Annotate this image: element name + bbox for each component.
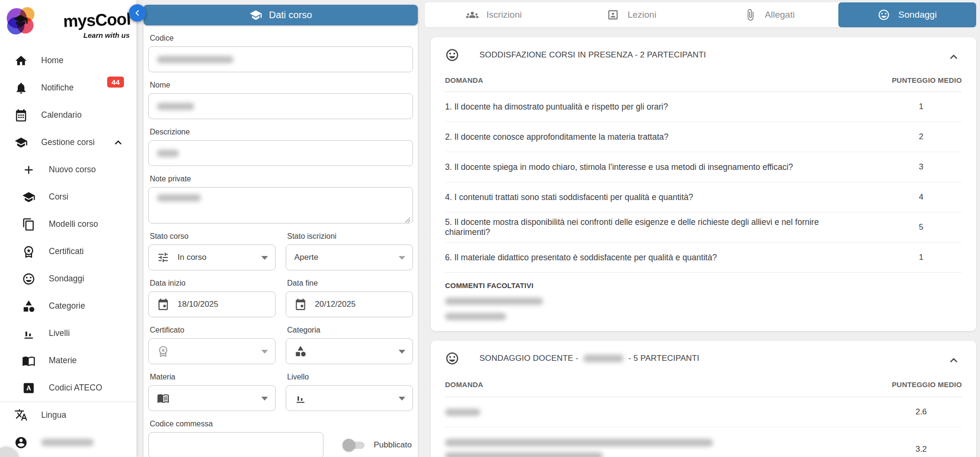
survey-question-row: 2. Il docente conosce approfonditamente … — [445, 122, 962, 152]
chevron-down-icon — [399, 350, 405, 354]
sidebar-item-label: Nuovo corso — [49, 165, 96, 175]
stato-iscrizioni-select[interactable]: Aperte — [286, 245, 413, 270]
tab-label: Allegati — [765, 10, 794, 20]
redacted-comment — [445, 298, 543, 305]
question-column-header: DOMANDA — [445, 76, 880, 84]
survey-question-row: 2.6 — [445, 397, 962, 427]
survey-question-row: 5. Il docente mostra disponibilità nei c… — [445, 212, 962, 243]
sidebar-item-certificati[interactable]: Certificati — [0, 238, 136, 265]
livello-label: Livello — [287, 373, 413, 382]
question-text: 1. Il docente ha dimostrato puntualità e… — [445, 97, 880, 117]
data-fine-input[interactable]: 20/12/2025 — [286, 291, 413, 317]
sidebar-item-calendario[interactable]: Calendario — [0, 101, 136, 129]
sidebar-item-home[interactable]: Home — [0, 47, 136, 74]
sidebar-collapse-button[interactable] — [129, 4, 146, 22]
redacted-question — [445, 409, 480, 416]
data-fine-value: 20/12/2025 — [315, 300, 356, 309]
score-value: 2 — [880, 132, 962, 142]
sidebar-item-corsi[interactable]: Corsi — [0, 183, 136, 211]
sidebar-item-livelli[interactable]: Livelli — [0, 320, 136, 347]
sidebar-item-modelli-corso[interactable]: Modelli corso — [0, 211, 136, 238]
comments-title: COMMENTI FACOLTATIVI — [445, 281, 962, 290]
chevron-up-icon[interactable] — [947, 353, 961, 368]
tune-icon — [157, 251, 169, 264]
pubblicato-toggle[interactable] — [344, 439, 365, 451]
stato-corso-value: In corso — [178, 253, 206, 262]
smiley-icon — [878, 9, 890, 21]
data-inizio-label: Data inizio — [150, 279, 276, 289]
tab-lezioni[interactable]: Lezioni — [563, 2, 701, 27]
data-inizio-value: 18/10/2025 — [178, 300, 218, 309]
sidebar-item-codici-ateco[interactable]: Codici ATECO — [0, 374, 136, 401]
notification-badge: 44 — [107, 77, 124, 88]
materia-select[interactable] — [148, 385, 276, 411]
chevron-down-icon — [261, 397, 268, 401]
sidebar-item-notifiche[interactable]: Notifiche44 — [0, 74, 136, 101]
redacted-question — [445, 439, 713, 446]
data-inizio-input[interactable]: 18/10/2025 — [148, 291, 276, 317]
note-private-textarea[interactable] — [148, 187, 413, 223]
question-text — [445, 427, 880, 457]
sidebar-item-categorie[interactable]: Categorie — [0, 292, 136, 320]
descrizione-label: Descrizione — [150, 128, 413, 137]
question-text: 6. Il materiale didattico presentato è s… — [445, 248, 880, 268]
tab-allegati[interactable]: Allegati — [701, 2, 838, 27]
redacted-value — [157, 56, 234, 63]
home-icon — [14, 54, 28, 67]
book-icon — [157, 392, 169, 404]
levels-icon — [22, 327, 35, 340]
score-value: 5 — [880, 223, 962, 232]
app-tagline: Learn with us — [83, 31, 130, 39]
chevron-down-icon — [399, 397, 405, 401]
redacted-value — [157, 103, 194, 110]
nome-input[interactable] — [148, 93, 413, 119]
sidebar-item-user-account[interactable] — [0, 428, 136, 457]
tab-label: Iscrizioni — [487, 10, 522, 20]
tab-iscrizioni[interactable]: Iscrizioni — [425, 2, 563, 27]
question-text: 3. Il docente spiega in modo chiaro, sti… — [445, 157, 880, 177]
descrizione-input[interactable] — [148, 140, 413, 166]
survey-title-prefix: SONDAGGIO DOCENTE - — [479, 354, 579, 363]
stato-iscrizioni-label: Stato iscrizioni — [287, 232, 413, 242]
codice-commessa-input[interactable] — [148, 432, 323, 457]
app-logo[interactable]: mysCool Learn with us — [0, 0, 136, 42]
survey-card-presenza: SODDISFAZIONE CORSI IN PRESENZA - 2 PART… — [431, 37, 976, 331]
calendar-icon — [14, 109, 28, 122]
sidebar: mysCool Learn with us HomeNotifiche44Cal… — [0, 0, 136, 457]
certificato-select[interactable] — [148, 338, 276, 364]
sidebar-item-materie[interactable]: Materie — [0, 347, 136, 374]
materia-label: Materia — [150, 373, 276, 382]
tab-sondaggi[interactable]: Sondaggi — [838, 2, 976, 27]
survey-title: SODDISFAZIONE CORSI IN PRESENZA - 2 PART… — [479, 50, 706, 60]
chevron-up-icon[interactable] — [111, 136, 125, 149]
redacted-value — [157, 194, 201, 201]
categoria-select[interactable] — [286, 338, 413, 364]
certificato-label: Certificato — [150, 326, 276, 335]
sidebar-item-lingua[interactable]: Lingua — [0, 402, 136, 428]
score-value: 3.2 — [880, 445, 962, 454]
sidebar-item-label: Calendario — [41, 110, 82, 120]
survey-question-row: 3.2 — [445, 427, 962, 457]
sidebar-nav: HomeNotifiche44CalendarioGestione corsiN… — [0, 42, 136, 401]
livello-select[interactable] — [286, 385, 413, 411]
survey-question-row: 4. I contenuti trattati sono stati soddi… — [445, 182, 962, 212]
sidebar-item-label: Corsi — [49, 192, 68, 202]
chevron-up-icon[interactable] — [947, 50, 961, 64]
sidebar-item-label: Certificati — [49, 246, 84, 256]
codice-input[interactable] — [148, 46, 413, 72]
sidebar-item-nuovo-corso[interactable]: Nuovo corso — [0, 156, 136, 183]
redacted-value — [157, 150, 179, 157]
school-icon — [22, 190, 35, 204]
chevron-left-icon — [132, 7, 143, 19]
survey-table-header: DOMANDA PUNTEGGIO MEDIO — [445, 69, 962, 92]
shapes-icon — [294, 345, 307, 357]
redacted-teacher-name — [583, 355, 624, 362]
resize-handle-icon[interactable] — [405, 216, 411, 222]
sidebar-item-sondaggi[interactable]: Sondaggi — [0, 265, 136, 292]
chevron-down-icon — [399, 256, 405, 260]
stato-corso-select[interactable]: In corso — [148, 245, 276, 270]
stato-corso-label: Stato corso — [150, 232, 276, 242]
nome-label: Nome — [150, 81, 413, 90]
sidebar-item-gestione-corsi[interactable]: Gestione corsi — [0, 129, 136, 156]
medal-icon — [157, 345, 169, 357]
